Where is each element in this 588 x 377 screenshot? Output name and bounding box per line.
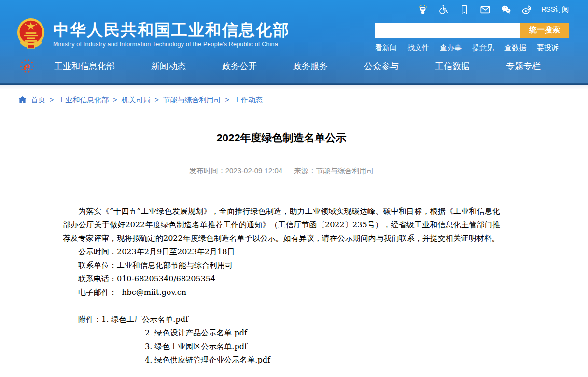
quick-link-data[interactable]: 查数据 [504, 43, 526, 53]
topbar: RSS订阅 [16, 0, 569, 15]
quick-link-suggestions[interactable]: 提意见 [472, 43, 494, 53]
rss-link[interactable]: RSS订阅 [541, 5, 569, 14]
search-area: 统一搜索 看新闻 找文件 查办事 提意见 查数据 要投诉 [375, 16, 569, 53]
breadcrumb-separator: > [50, 96, 54, 104]
breadcrumb-departments[interactable]: 机关司局 [121, 96, 150, 105]
breadcrumb-separator: > [154, 96, 158, 104]
site-header: RSS订阅 [0, 0, 588, 83]
attachment-link-4[interactable]: 4. 绿色供应链管理企业公示名单.pdf [63, 353, 500, 367]
publish-time-value: 2023-02-09 12:04 [225, 167, 282, 175]
breadcrumb-home[interactable]: 首页 [31, 96, 45, 105]
accessibility-icon[interactable] [438, 4, 449, 15]
article-body: 为落实《“十四五”工业绿色发展规划》，全面推行绿色制造，助力工业领域实现碳达峰、… [63, 205, 500, 367]
publicity-period-line: 公示时间：2023年2月9日至2023年2月18日 [63, 245, 500, 259]
breadcrumb-separator: > [225, 96, 229, 104]
breadcrumb-energy-dept[interactable]: 节能与综合利用司 [163, 96, 221, 105]
nav-item-special-topics[interactable]: 专题专栏 [506, 60, 541, 72]
publish-time-label: 发布时间： [189, 167, 225, 175]
main-nav: e 工业和信息化部 新闻动态 政务公开 政务服务 公众参与 工信数据 专题专栏 [16, 54, 569, 79]
article-meta: 发布时间：2023-02-09 12:04 来源：节能与综合利用司 [63, 167, 500, 176]
nav-item-gov-affairs[interactable]: 政务公开 [222, 60, 257, 72]
nav-item-gov-services[interactable]: 政务服务 [293, 60, 328, 72]
robot-assistant-icon[interactable] [418, 4, 428, 15]
breadcrumb: 首页 > 工业和信息化部 > 机关司局 > 节能与综合利用司 > 工作动态 [0, 89, 588, 111]
nav-item-news[interactable]: 新闻动态 [151, 60, 186, 72]
nav-item-mii-data[interactable]: 工信数据 [435, 60, 470, 72]
contact-unit-line: 联系单位：工业和信息化部节能与综合利用司 [63, 259, 500, 272]
unified-search-button[interactable]: 统一搜索 [520, 23, 569, 38]
page-title: 2022年度绿色制造名单公示 [63, 131, 500, 145]
wechat-icon[interactable] [501, 4, 511, 15]
site-title: 中华人民共和国工业和信息化部 [53, 21, 290, 39]
brand: 中华人民共和国工业和信息化部 Ministry of Industry and … [16, 16, 290, 53]
title-divider [63, 158, 500, 158]
contact-phone-line: 联系电话：010-68205340/68205354 [63, 272, 500, 286]
page: RSS订阅 [0, 0, 588, 367]
attachments: 附件：1. 绿色工厂公示名单.pdf 2. 绿色设计产品公示名单.pdf 3. … [63, 313, 500, 367]
breadcrumb-current: 工作动态 [234, 96, 263, 105]
mail-icon[interactable] [480, 4, 490, 15]
home-icon[interactable] [18, 96, 27, 103]
site-subtitle: Ministry of Industry and Information Tec… [53, 41, 290, 48]
svg-text:e: e [23, 60, 30, 72]
source-value: 节能与综合利用司 [316, 167, 374, 175]
weibo-icon[interactable] [521, 4, 532, 15]
quick-link-services[interactable]: 查办事 [440, 43, 462, 53]
attachment-link-3[interactable]: 3. 绿色工业园区公示名单.pdf [63, 340, 500, 353]
source-label: 来源： [294, 167, 316, 175]
article: 2022年度绿色制造名单公示 发布时间：2023-02-09 12:04 来源：… [63, 131, 500, 367]
attachment-link-2[interactable]: 2. 绿色设计产品公示名单.pdf [63, 326, 500, 340]
national-emblem-icon [16, 17, 45, 51]
breadcrumb-separator: > [113, 96, 117, 104]
quick-link-complaints[interactable]: 要投诉 [537, 43, 559, 53]
article-paragraph: 为落实《“十四五”工业绿色发展规划》，全面推行绿色制造，助力工业领域实现碳达峰、… [63, 205, 500, 245]
header-gap [0, 85, 588, 89]
mobile-icon[interactable] [459, 4, 470, 15]
nav-item-miit[interactable]: 工业和信息化部 [54, 60, 115, 72]
search-input[interactable] [375, 23, 520, 38]
breadcrumb-miit[interactable]: 工业和信息化部 [58, 96, 109, 105]
quick-link-documents[interactable]: 找文件 [407, 43, 429, 53]
contact-email-line: 电子邮件： hbc@miit.gov.cn [63, 286, 500, 299]
quick-link-news[interactable]: 看新闻 [375, 43, 397, 53]
quick-links: 看新闻 找文件 查办事 提意见 查数据 要投诉 [375, 43, 569, 53]
attachment-link-1[interactable]: 附件：1. 绿色工厂公示名单.pdf [63, 313, 500, 326]
miit-logo-icon: e [18, 57, 36, 75]
nav-item-public-participation[interactable]: 公众参与 [364, 60, 399, 72]
